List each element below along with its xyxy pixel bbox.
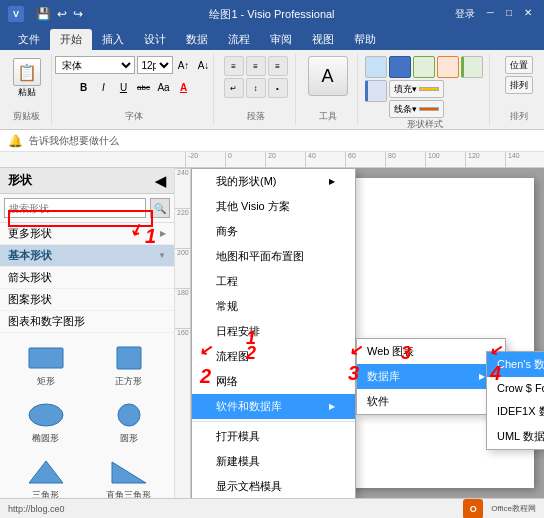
shape-category-basic[interactable]: 基本形状 ▼ [0, 245, 174, 267]
shape-style-3[interactable] [413, 56, 435, 78]
main-area: 形状 ◀ 🔍 更多形状 ▶ 基本形状 ▼ 箭头形状 图案形状 图表和数字图形 [0, 168, 544, 498]
shapes-search-input[interactable] [4, 198, 146, 218]
tab-data[interactable]: 数据 [176, 29, 218, 50]
tab-process[interactable]: 流程 [218, 29, 260, 50]
shape-style-5[interactable] [461, 56, 483, 78]
shape-category-chart[interactable]: 图表和数字图形 [0, 311, 174, 333]
arrange-button[interactable]: 排列 [505, 76, 533, 94]
underline-button[interactable]: U [115, 78, 133, 96]
bold-button[interactable]: B [75, 78, 93, 96]
search-button[interactable]: 🔍 [150, 198, 170, 218]
ctx-database[interactable]: 数据库 ▶ [357, 364, 505, 389]
minimize-button[interactable]: ─ [483, 5, 498, 23]
ctx-business[interactable]: 商务 [192, 219, 355, 244]
maximize-button[interactable]: □ [502, 5, 516, 23]
line-color-bar [419, 107, 439, 111]
svg-marker-4 [29, 461, 63, 483]
ruler-mark: 80 [385, 152, 425, 168]
aa-button[interactable]: Aa [155, 78, 173, 96]
shape-style-row: 填充▾ 线条▾ [365, 56, 485, 118]
shape-item-triangle[interactable]: 三角形 [6, 453, 85, 498]
shape-category-more[interactable]: 更多形状 ▶ [0, 223, 174, 245]
ctx-web-chart[interactable]: Web 图表 [357, 339, 505, 364]
canvas-area[interactable]: 我的形状(M) ▶ 其他 Visio 方案 商务 地图和平面布置图 工程 常规 … [191, 168, 544, 498]
tab-review[interactable]: 审阅 [260, 29, 302, 50]
ctx-software[interactable]: 软件 [357, 389, 505, 414]
bullets-icon[interactable]: • [268, 78, 288, 98]
font-size-select[interactable]: 12pt [137, 56, 173, 74]
font-decrease-button[interactable]: A↓ [195, 56, 213, 74]
ctx-my-shapes[interactable]: 我的形状(M) ▶ [192, 169, 355, 194]
shape-item-square[interactable]: 正方形 [89, 339, 168, 392]
line-button[interactable]: 线条▾ [389, 100, 444, 118]
tool-large-button[interactable]: A [308, 56, 348, 96]
shape-item-circle[interactable]: 圆形 [89, 396, 168, 449]
tab-help[interactable]: 帮助 [344, 29, 386, 50]
position-button[interactable]: 位置 [505, 56, 533, 74]
redo-icon[interactable]: ↪ [73, 7, 83, 21]
shape-style-6[interactable] [365, 80, 387, 102]
font-color-button[interactable]: A [175, 78, 193, 96]
shape-icon-triangle [26, 457, 66, 487]
align-right-icon[interactable]: ≡ [268, 56, 288, 76]
ruler-marks: -20 0 20 40 60 80 100 120 140 160 180 20… [185, 152, 544, 168]
shape-style-4[interactable] [437, 56, 459, 78]
shape-label-triangle: 三角形 [32, 489, 59, 498]
shapes-collapse-icon[interactable]: ◀ [155, 173, 166, 189]
tab-view[interactable]: 视图 [302, 29, 344, 50]
ctx-flowchart[interactable]: 流程图 [192, 344, 355, 369]
tab-design[interactable]: 设计 [134, 29, 176, 50]
shape-item-rect[interactable]: 矩形 [6, 339, 85, 392]
shape-label-rect: 矩形 [37, 375, 55, 388]
shape-category-pattern[interactable]: 图案形状 [0, 289, 174, 311]
paragraph-content: ≡ ≡ ≡ ↵ ↕ • [224, 56, 288, 110]
shape-category-arrow[interactable]: 箭头形状 [0, 267, 174, 289]
ctx-schedule[interactable]: 日程安排 [192, 319, 355, 344]
close-button[interactable]: ✕ [520, 5, 536, 23]
save-icon[interactable]: 💾 [36, 7, 51, 21]
tab-file[interactable]: 文件 [8, 29, 50, 50]
strikethrough-button[interactable]: abc [135, 78, 153, 96]
ctx-chens[interactable]: Chen's 数据库表示法 [487, 352, 544, 377]
notify-text[interactable]: 告诉我你想要做什么 [29, 134, 119, 148]
shape-icon-square [109, 343, 149, 373]
shape-item-ellipse[interactable]: 椭圆形 [6, 396, 85, 449]
ribbon-tabs: 文件 开始 插入 设计 数据 流程 审阅 视图 帮助 [0, 28, 544, 50]
italic-button[interactable]: I [95, 78, 113, 96]
ctx-show-doc-stencil[interactable]: 显示文档模具 [192, 474, 355, 498]
font-content: 宋体 12pt A↑ A↓ B I U abc Aa A [55, 56, 213, 110]
font-increase-button[interactable]: A↑ [175, 56, 193, 74]
paste-button[interactable]: 📋 粘贴 [11, 56, 43, 101]
ctx-crows-foot[interactable]: Crow $ Foot = [487, 377, 544, 399]
login-button[interactable]: 登录 [451, 5, 479, 23]
ctx-network[interactable]: 网络 [192, 369, 355, 394]
shape-style-1[interactable] [365, 56, 387, 78]
ctx-software-db[interactable]: 软件和数据库 ▶ [192, 394, 355, 419]
ctx-general[interactable]: 常规 [192, 294, 355, 319]
shape-item-right-triangle[interactable]: 直角三角形 [89, 453, 168, 498]
tab-home[interactable]: 开始 [50, 29, 92, 50]
ctx-engineering[interactable]: 工程 [192, 269, 355, 294]
ctx-maps[interactable]: 地图和平面布置图 [192, 244, 355, 269]
tab-insert[interactable]: 插入 [92, 29, 134, 50]
shape-icon-right-triangle [109, 457, 149, 487]
cat-chart-label: 图表和数字图形 [8, 314, 85, 329]
paragraph-group-label: 段落 [247, 110, 265, 123]
spacing-icon[interactable]: ↕ [246, 78, 266, 98]
align-center-icon[interactable]: ≡ [246, 56, 266, 76]
fill-line-area: 填充▾ 线条▾ [389, 80, 444, 118]
undo-icon[interactable]: ↩ [57, 7, 67, 21]
ribbon-group-clipboard: 📋 粘贴 剪贴板 [2, 54, 52, 125]
ctx-uml[interactable]: UML 数据库表示法 [487, 424, 544, 449]
shape-style-2[interactable] [389, 56, 411, 78]
font-face-select[interactable]: 宋体 [55, 56, 135, 74]
ctx-open-stencil[interactable]: 打开模具 [192, 424, 355, 449]
align-left-icon[interactable]: ≡ [224, 56, 244, 76]
indent-icon[interactable]: ↵ [224, 78, 244, 98]
ctx-other-visio[interactable]: 其他 Visio 方案 [192, 194, 355, 219]
svg-rect-1 [117, 347, 141, 369]
paste-label: 粘贴 [18, 86, 36, 99]
ctx-new-stencil[interactable]: 新建模具 [192, 449, 355, 474]
ctx-idef1x[interactable]: IDEF1X 数据库表示法 [487, 399, 544, 424]
fill-button[interactable]: 填充▾ [389, 80, 444, 98]
